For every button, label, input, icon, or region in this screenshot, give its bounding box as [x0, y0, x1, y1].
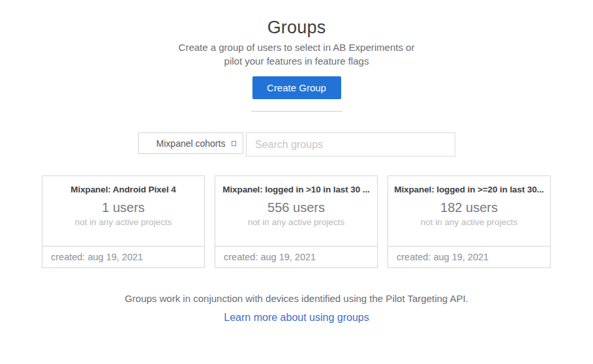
- header-divider: [251, 111, 342, 112]
- cohort-source-dropdown[interactable]: Mixpanel cohorts: [138, 132, 243, 154]
- group-card-status: not in any active projects: [215, 217, 377, 227]
- group-card-user-count: 1 users: [42, 200, 204, 215]
- group-card-title: Mixpanel: logged in >=20 in last 30...: [388, 185, 550, 194]
- page-subtitle-line2: pilot your features in feature flags: [0, 54, 593, 68]
- page-title: Groups: [0, 18, 593, 38]
- group-card-created-date: created: aug 19, 2021: [215, 246, 377, 267]
- search-groups-input[interactable]: [246, 132, 455, 157]
- group-card[interactable]: Mixpanel: logged in >10 in last 30 ... 5…: [215, 175, 378, 268]
- footer-note: Groups work in conjunction with devices …: [0, 293, 593, 304]
- group-card-user-count: 182 users: [388, 200, 550, 215]
- page-subtitle: Create a group of users to select in AB …: [0, 40, 593, 68]
- groups-page: Groups Create a group of users to select…: [0, 0, 593, 364]
- create-group-button[interactable]: Create Group: [252, 76, 341, 99]
- group-cards-row: Mixpanel: Android Pixel 4 1 users not in…: [42, 175, 551, 268]
- group-card-user-count: 556 users: [215, 200, 377, 215]
- group-card-status: not in any active projects: [42, 217, 204, 227]
- group-card-title: Mixpanel: Android Pixel 4: [42, 185, 204, 194]
- footer-link-wrap: Learn more about using groups: [0, 312, 593, 324]
- filter-row: Mixpanel cohorts: [138, 132, 455, 157]
- dropdown-indicator-icon: [232, 141, 236, 146]
- page-subtitle-line1: Create a group of users to select in AB …: [0, 40, 593, 54]
- group-card-status: not in any active projects: [388, 217, 550, 227]
- learn-more-link[interactable]: Learn more about using groups: [224, 312, 369, 323]
- group-card-title: Mixpanel: logged in >10 in last 30 ...: [215, 185, 377, 194]
- group-card[interactable]: Mixpanel: Android Pixel 4 1 users not in…: [42, 175, 205, 268]
- group-card-created-date: created: aug 19, 2021: [388, 246, 550, 267]
- cohort-source-dropdown-value: Mixpanel cohorts: [157, 138, 226, 149]
- group-card[interactable]: Mixpanel: logged in >=20 in last 30... 1…: [388, 175, 551, 268]
- group-card-created-date: created: aug 19, 2021: [42, 246, 204, 267]
